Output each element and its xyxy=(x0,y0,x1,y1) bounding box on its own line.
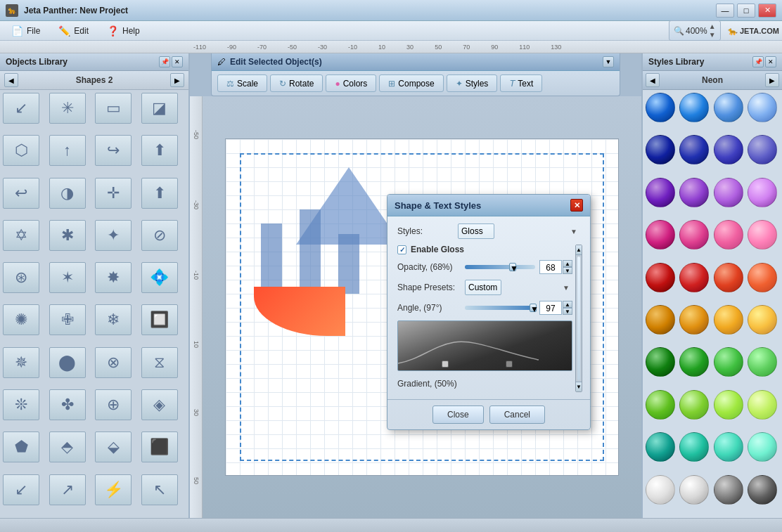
shape-item[interactable]: ✙ xyxy=(49,304,86,335)
lib-nav-next-button[interactable]: ▶ xyxy=(170,73,184,87)
style-ball[interactable] xyxy=(714,432,743,462)
style-ball[interactable] xyxy=(714,220,743,249)
modal-close-button[interactable]: ✕ xyxy=(570,199,583,212)
shape-item[interactable]: ✺ xyxy=(3,304,39,335)
shape-item[interactable]: ↗ xyxy=(49,474,86,505)
shape-item[interactable]: ✤ xyxy=(49,389,86,420)
compose-button[interactable]: ⊞ Compose xyxy=(379,74,443,92)
scrollbar-thumb[interactable] xyxy=(577,257,580,380)
style-ball[interactable] xyxy=(714,305,743,335)
shape-item[interactable]: ⬆ xyxy=(141,135,178,166)
shape-item[interactable]: ⬙ xyxy=(95,432,132,462)
style-ball[interactable] xyxy=(748,220,777,249)
shape-item[interactable]: ⬘ xyxy=(49,432,86,462)
menu-help[interactable]: ❓ Help xyxy=(98,22,148,39)
styles-nav-prev-button[interactable]: ◀ xyxy=(646,73,660,87)
cancel-button[interactable]: Cancel xyxy=(489,406,545,424)
style-ball[interactable] xyxy=(646,432,675,462)
shape-item[interactable]: ⊘ xyxy=(141,220,178,251)
style-ball[interactable] xyxy=(748,135,777,164)
style-ball[interactable] xyxy=(679,347,709,377)
style-ball[interactable] xyxy=(679,475,709,505)
style-ball[interactable] xyxy=(679,305,709,335)
angle-slider[interactable]: ▼ xyxy=(465,306,535,310)
style-ball[interactable] xyxy=(714,475,743,505)
shape-item[interactable]: ✡ xyxy=(3,220,39,251)
shape-item[interactable]: ⚡ xyxy=(95,474,132,505)
shape-item[interactable]: ▭ xyxy=(95,93,132,124)
shape-item[interactable]: ✛ xyxy=(95,178,132,209)
style-ball[interactable] xyxy=(646,347,675,377)
shape-presets-select[interactable]: Custom Flat Raised Sunken xyxy=(465,280,501,295)
style-ball[interactable] xyxy=(714,263,743,292)
style-ball[interactable] xyxy=(714,135,743,164)
shape-item[interactable]: ❊ xyxy=(3,389,39,420)
shape-item[interactable]: ◪ xyxy=(141,93,178,124)
style-ball[interactable] xyxy=(748,305,777,335)
gradient-preview[interactable] xyxy=(397,320,572,371)
styles-panel-pin-button[interactable]: 📌 xyxy=(752,56,764,67)
panel-pin-button[interactable]: 📌 xyxy=(159,56,170,67)
style-ball[interactable] xyxy=(646,263,675,292)
opacity-slider[interactable]: ▼ xyxy=(465,265,535,269)
scrollbar-down-button[interactable]: ▼ xyxy=(576,382,582,391)
zoom-up-button[interactable]: ▲ xyxy=(709,22,716,30)
shape-item[interactable]: ⊕ xyxy=(95,389,132,420)
shape-item[interactable]: ↩ xyxy=(3,178,39,209)
styles-panel-close-button[interactable]: ✕ xyxy=(765,56,776,67)
style-ball[interactable] xyxy=(748,93,777,122)
close-button[interactable]: ✕ xyxy=(758,4,776,18)
zoom-down-button[interactable]: ▼ xyxy=(709,31,716,39)
shape-item[interactable]: ⬆ xyxy=(141,178,178,209)
style-ball[interactable] xyxy=(679,178,709,207)
shape-item[interactable]: ❄ xyxy=(95,304,132,335)
rotate-button[interactable]: ↻ Rotate xyxy=(270,74,323,92)
shape-item[interactable]: ✳ xyxy=(49,93,86,124)
style-ball[interactable] xyxy=(646,178,675,207)
style-ball[interactable] xyxy=(679,135,709,164)
shape-item[interactable]: ⬤ xyxy=(49,347,86,378)
shape-item[interactable]: ↙ xyxy=(3,93,39,124)
angle-down-button[interactable]: ▼ xyxy=(563,308,572,315)
styles-nav-next-button[interactable]: ▶ xyxy=(765,73,779,87)
style-ball[interactable] xyxy=(646,93,675,122)
style-ball[interactable] xyxy=(646,135,675,164)
style-ball[interactable] xyxy=(646,220,675,249)
shape-item[interactable]: ⊛ xyxy=(3,262,39,293)
scale-button[interactable]: ⚖ Scale xyxy=(217,74,267,92)
shape-item[interactable]: ↪ xyxy=(95,135,132,166)
style-ball[interactable] xyxy=(748,432,777,462)
shape-item[interactable]: ⬡ xyxy=(3,135,39,166)
shape-item[interactable]: ⬟ xyxy=(3,432,39,462)
shape-item[interactable]: ✵ xyxy=(3,347,39,378)
style-ball[interactable] xyxy=(679,263,709,292)
shape-item[interactable]: ✱ xyxy=(49,220,86,251)
shape-item[interactable]: 💠 xyxy=(141,262,178,293)
style-ball[interactable] xyxy=(679,432,709,462)
opacity-down-button[interactable]: ▼ xyxy=(563,267,572,274)
style-ball[interactable] xyxy=(679,93,709,122)
shape-item[interactable]: ↖ xyxy=(141,474,178,505)
style-ball[interactable] xyxy=(679,390,709,420)
menu-file[interactable]: 📄 File xyxy=(3,22,49,39)
opacity-thumb[interactable]: ▼ xyxy=(509,263,516,271)
angle-thumb[interactable]: ▼ xyxy=(530,304,537,312)
minimize-button[interactable]: — xyxy=(716,4,734,18)
lib-nav-prev-button[interactable]: ◀ xyxy=(4,73,18,87)
shape-item[interactable]: ✦ xyxy=(95,220,132,251)
shape-item[interactable]: ↑ xyxy=(49,135,86,166)
shape-item[interactable]: ⧖ xyxy=(141,347,178,378)
style-ball[interactable] xyxy=(748,475,777,505)
style-ball[interactable] xyxy=(748,263,777,292)
edit-panel-close-button[interactable]: ▼ xyxy=(603,56,614,67)
shape-item[interactable]: ✶ xyxy=(49,262,86,293)
colors-button[interactable]: ● Colors xyxy=(326,74,376,92)
shape-item[interactable]: ✸ xyxy=(95,262,132,293)
scrollbar-up-button[interactable]: ▲ xyxy=(576,245,582,255)
angle-up-button[interactable]: ▲ xyxy=(563,301,572,308)
opacity-up-button[interactable]: ▲ xyxy=(563,260,572,267)
close-button[interactable]: Close xyxy=(432,406,484,424)
styles-select[interactable]: Gloss Matte Metal Custom xyxy=(458,223,494,239)
style-ball[interactable] xyxy=(714,347,743,377)
shape-item[interactable]: ⊗ xyxy=(95,347,132,378)
